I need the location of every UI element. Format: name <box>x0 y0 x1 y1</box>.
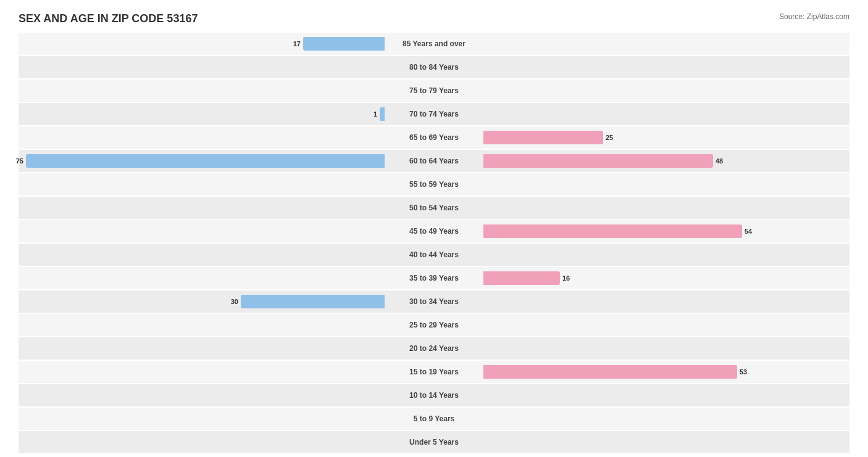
bar-row: 45 to 49 Years54 <box>19 220 849 242</box>
age-group-label: 50 to 54 Years <box>385 204 483 212</box>
male-value: 1 <box>373 110 377 118</box>
age-group-label: 15 to 19 Years <box>385 368 483 376</box>
female-side <box>483 80 849 102</box>
chart-header: SEX AND AGE IN ZIP CODE 53167 Source: Zi… <box>19 12 849 25</box>
age-group-label: 10 to 14 Years <box>385 391 483 400</box>
male-side <box>19 80 385 102</box>
bar-row: 1785 Years and over <box>19 33 849 55</box>
female-side: 48 <box>483 150 849 172</box>
female-side <box>483 197 849 219</box>
bar-row: 3030 to 34 Years <box>19 290 849 313</box>
male-side <box>19 220 385 242</box>
age-group-label: 20 to 24 Years <box>385 344 483 353</box>
male-side <box>19 314 385 336</box>
age-group-label: 70 to 74 Years <box>385 110 483 118</box>
female-side <box>483 431 849 453</box>
female-side: 16 <box>483 267 849 289</box>
male-side <box>19 361 385 383</box>
female-side <box>483 56 849 78</box>
female-side <box>483 384 849 406</box>
age-group-label: 30 to 34 Years <box>385 297 483 306</box>
male-bar <box>241 295 385 308</box>
male-value: 30 <box>231 298 238 305</box>
bar-row: 5 to 9 Years <box>19 408 849 430</box>
age-group-label: 75 to 79 Years <box>385 86 483 95</box>
female-side <box>483 244 849 266</box>
bar-row: 20 to 24 Years <box>19 337 849 360</box>
male-side <box>19 384 385 406</box>
male-side <box>19 197 385 219</box>
male-side <box>19 126 385 149</box>
bar-row: Under 5 Years <box>19 431 849 453</box>
female-bar <box>483 131 603 144</box>
age-group-label: 35 to 39 Years <box>385 274 483 282</box>
bar-row: 75 to 79 Years <box>19 80 849 102</box>
female-bar <box>483 365 737 379</box>
female-side: 25 <box>483 126 849 149</box>
male-side: 30 <box>19 290 385 313</box>
female-side <box>483 408 849 430</box>
female-bar <box>483 154 713 168</box>
female-value: 16 <box>562 274 570 282</box>
female-side: 53 <box>483 361 849 383</box>
bar-row: 80 to 84 Years <box>19 56 849 78</box>
female-value: 25 <box>606 134 613 141</box>
female-side <box>483 314 849 336</box>
age-group-label: 85 Years and over <box>385 39 483 48</box>
male-side <box>19 244 385 266</box>
male-side <box>19 431 385 453</box>
age-group-label: 80 to 84 Years <box>385 63 483 72</box>
bar-row: 10 to 14 Years <box>19 384 849 406</box>
age-group-label: 45 to 49 Years <box>385 227 483 236</box>
bar-row: 50 to 54 Years <box>19 197 849 219</box>
age-group-label: 60 to 64 Years <box>385 157 483 165</box>
male-value: 17 <box>293 40 301 47</box>
female-side: 54 <box>483 220 849 242</box>
male-value: 75 <box>16 157 23 165</box>
source-label: Source: ZipAtlas.com <box>779 12 849 21</box>
male-side <box>19 173 385 196</box>
bar-row: 40 to 44 Years <box>19 244 849 266</box>
age-group-label: 5 to 9 Years <box>385 414 483 423</box>
age-group-label: 25 to 29 Years <box>385 321 483 329</box>
male-bar <box>380 107 385 121</box>
male-side <box>19 408 385 430</box>
bar-row: 7560 to 64 Years48 <box>19 150 849 172</box>
female-side <box>483 290 849 313</box>
male-side: 75 <box>19 150 385 172</box>
bar-row: 170 to 74 Years <box>19 103 849 125</box>
male-side <box>19 267 385 289</box>
male-side <box>19 337 385 360</box>
age-group-label: 40 to 44 Years <box>385 250 483 259</box>
age-group-label: 65 to 69 Years <box>385 133 483 142</box>
female-value: 54 <box>745 228 752 235</box>
male-bar <box>303 37 385 51</box>
female-value: 53 <box>740 368 747 376</box>
female-side <box>483 103 849 125</box>
bar-row: 25 to 29 Years <box>19 314 849 336</box>
female-side <box>483 173 849 196</box>
bar-row: 15 to 19 Years53 <box>19 361 849 383</box>
bar-row: 55 to 59 Years <box>19 173 849 196</box>
chart-title: SEX AND AGE IN ZIP CODE 53167 <box>19 12 198 25</box>
female-bar <box>483 271 560 285</box>
bar-row: 65 to 69 Years25 <box>19 126 849 149</box>
age-group-label: Under 5 Years <box>385 438 483 447</box>
age-group-label: 55 to 59 Years <box>385 180 483 189</box>
male-side: 1 <box>19 103 385 125</box>
bar-row: 35 to 39 Years16 <box>19 267 849 289</box>
female-side <box>483 337 849 360</box>
female-side <box>483 33 849 55</box>
male-bar <box>26 154 385 168</box>
male-side <box>19 56 385 78</box>
female-value: 48 <box>716 157 723 165</box>
female-bar <box>483 224 742 238</box>
male-side: 17 <box>19 33 385 55</box>
chart-area: 1785 Years and over80 to 84 Years75 to 7… <box>19 33 849 453</box>
